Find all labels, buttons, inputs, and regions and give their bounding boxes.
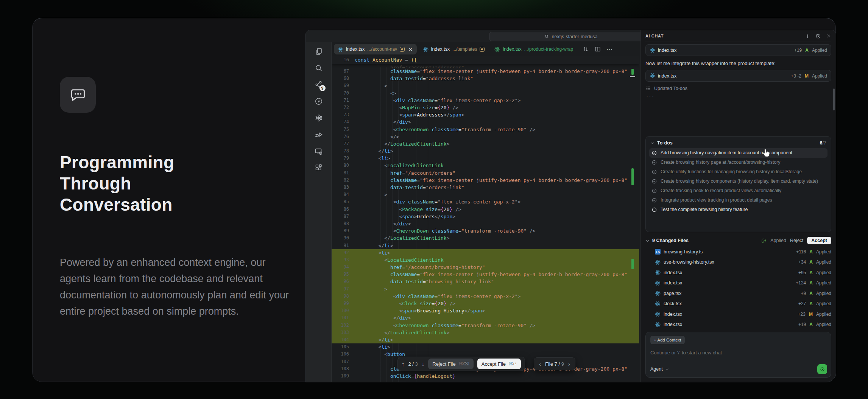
result-file-card[interactable]: index.tsx +19AApplied (645, 44, 831, 56)
todo-text: Add browsing history navigation item to … (661, 150, 792, 156)
editor-window: nextjs-starter-medusa 9 (305, 30, 836, 382)
todos-card: To-dos 6/7 Add browsing history navigati… (645, 136, 831, 232)
assistant-message: Now let me integrate this wrapper into t… (645, 61, 831, 66)
diff-delta: +9 (801, 291, 806, 296)
file-name: index.tsx (664, 270, 682, 275)
history-icon[interactable] (815, 33, 821, 39)
tab-file-path: .../templates (452, 47, 477, 52)
loading-dots: ··· (646, 93, 655, 99)
source-control-badge: 9 (319, 85, 326, 91)
changed-file-row[interactable]: index.tsx+19AApplied (645, 320, 831, 330)
check-circle-icon (651, 150, 657, 156)
modified-indicator-icon (480, 47, 485, 52)
todo-item[interactable]: Create browsing history page at /account… (649, 158, 827, 167)
changed-file-row[interactable]: use-browsing-history.tsx+34AApplied (645, 257, 831, 268)
changed-file-row[interactable]: page.tsx+9AApplied (645, 288, 831, 299)
more-icon[interactable]: ⋯ (606, 46, 613, 53)
react-icon (338, 47, 343, 52)
todo-text: Create browsing history page at /account… (661, 159, 780, 166)
code-line: 80<LocalizedClientLink (332, 162, 639, 169)
code-line: 102<ChevronDown className="transform -ro… (332, 322, 639, 329)
code-editor[interactable]: 16const AccountNav = ({href="/account/ad… (332, 56, 639, 382)
result-file-card[interactable]: index.tsx +3 -2MApplied (645, 70, 831, 82)
file-name: index.tsx (658, 48, 676, 53)
tab-file-path: .../account-nav (367, 47, 397, 52)
code-line: 84> (332, 191, 639, 198)
file-status: Applied (812, 73, 827, 79)
accept-file-button[interactable]: Accept File⌘↵ (477, 359, 521, 369)
react-icon (655, 290, 661, 296)
reject-file-button[interactable]: Reject File⌘⌫ (428, 359, 473, 369)
file-name: use-browsing-history.tsx (664, 259, 714, 265)
close-icon[interactable]: ✕ (408, 47, 413, 52)
page-title: Programming Through Conversation (60, 152, 174, 215)
close-icon[interactable] (826, 33, 831, 39)
changed-file-row[interactable]: TSbrowsing-history.ts+116AApplied (645, 247, 831, 257)
next-change-button[interactable]: ↓ (422, 361, 425, 367)
code-line: 68data-testid="addresses-link" (332, 75, 639, 82)
changed-file-row[interactable]: index.tsx+124AApplied (645, 278, 831, 289)
changed-file-row[interactable]: index.tsx+95AApplied (645, 267, 831, 278)
files-copy-icon[interactable] (314, 47, 323, 56)
diff-delta: +124 (796, 280, 806, 286)
code-line: 75<ChevronDown className="transform -rot… (332, 126, 639, 133)
applied-check-icon (761, 238, 767, 244)
file-status-letter: A (809, 291, 813, 296)
change-counter: 2 / 3 (408, 361, 418, 367)
prev-change-button[interactable]: ↑ (402, 361, 405, 367)
diff-delta: +3 -2 (791, 73, 801, 79)
search-icon[interactable] (314, 64, 323, 73)
chevron-right-icon[interactable]: › (568, 361, 570, 367)
code-line: 78</li> (332, 147, 639, 155)
plus-icon[interactable] (805, 33, 810, 39)
todo-item[interactable]: Add browsing history navigation item to … (649, 148, 827, 158)
ai-chat-panel: AI CHAT index.tsx +19AApplied Now let me… (640, 30, 836, 382)
code-line: 79<li> (332, 155, 639, 162)
tab-index-account-nav[interactable]: index.tsx .../account-nav ✕ (334, 44, 417, 54)
tab-index-product-tracking-wrap[interactable]: index.tsx .../product-tracking-wrap (491, 44, 577, 54)
changed-file-row[interactable]: index.tsx+23MApplied (645, 309, 831, 320)
chevron-down-icon (645, 239, 650, 243)
compare-icon[interactable] (582, 46, 589, 53)
diff-controls: ↑ 2 / 3 ↓ Reject File⌘⌫ Accept File⌘↵ (397, 357, 525, 371)
todo-item[interactable]: Create browsing history components (hist… (649, 177, 827, 186)
file-status-letter: A (809, 301, 813, 306)
chat-composer[interactable]: + Add Context Continue or '/' to start a… (645, 332, 831, 378)
check-circle-icon (651, 188, 657, 194)
search-icon (544, 34, 549, 39)
chat-scrollbar[interactable] (833, 88, 835, 110)
todos-header[interactable]: To-dos 6/7 (649, 140, 827, 147)
changed-file-row[interactable]: clock.tsx+27AApplied (645, 299, 831, 309)
send-button[interactable] (817, 364, 827, 374)
todo-item[interactable]: Test the complete browsing history featu… (649, 205, 827, 214)
tab-file-name: index.tsx (503, 47, 521, 52)
split-editor-icon[interactable] (594, 46, 601, 53)
remote-monitor-icon[interactable] (314, 147, 323, 156)
check-circle-icon (651, 160, 657, 165)
molecule-icon[interactable] (314, 113, 323, 123)
todo-item[interactable]: Create utility functions for managing br… (649, 167, 827, 177)
source-control-icon[interactable]: 9 (314, 80, 323, 89)
chat-title: AI CHAT (645, 34, 664, 38)
file-status: Applied (816, 322, 831, 327)
debug-play-icon[interactable] (314, 130, 323, 139)
tab-index-templates[interactable]: index.tsx .../templates (419, 44, 489, 54)
agent-mode-dropdown[interactable]: Agent (650, 366, 669, 372)
todos-title: To-dos (657, 140, 673, 146)
file-status-letter: A (809, 280, 813, 286)
blocks-icon[interactable] (314, 163, 323, 172)
file-status: Applied (816, 249, 831, 255)
diff-delta: +34 (798, 259, 806, 265)
todo-text: Integrate product view tracking in produ… (661, 197, 772, 203)
workspace-search[interactable]: nextjs-starter-medusa (489, 32, 653, 41)
tab-file-path: .../product-tracking-wrap (524, 47, 573, 52)
reject-all-button[interactable]: Reject (790, 238, 803, 243)
changed-files-header[interactable]: 9 Changed Files Applied Reject Accept (645, 237, 831, 244)
accept-all-button[interactable]: Accept (807, 237, 831, 244)
chat-input[interactable]: Continue or '/' to start a new chat (650, 350, 826, 356)
add-context-button[interactable]: + Add Context (650, 336, 685, 344)
chevron-left-icon[interactable]: ‹ (539, 361, 541, 367)
todo-item[interactable]: Integrate product view tracking in produ… (649, 196, 827, 205)
todo-item[interactable]: Create tracking hook to record product v… (649, 186, 827, 196)
pin-circle-icon[interactable] (314, 97, 323, 106)
